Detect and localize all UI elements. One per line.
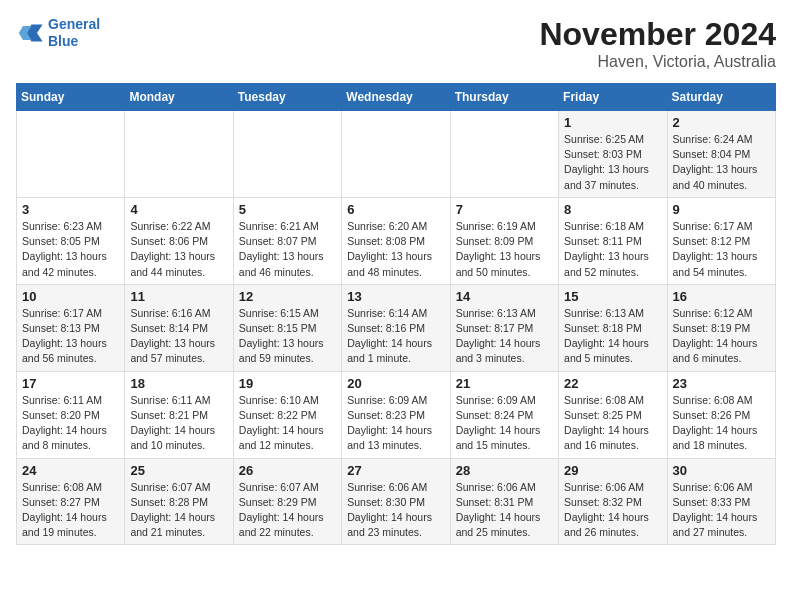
day-number: 2 <box>673 115 770 130</box>
empty-cell <box>125 111 233 198</box>
day-cell-12: 12Sunrise: 6:15 AM Sunset: 8:15 PM Dayli… <box>233 284 341 371</box>
day-info: Sunrise: 6:10 AM Sunset: 8:22 PM Dayligh… <box>239 393 336 454</box>
location: Haven, Victoria, Australia <box>539 53 776 71</box>
day-info: Sunrise: 6:06 AM Sunset: 8:33 PM Dayligh… <box>673 480 770 541</box>
day-number: 21 <box>456 376 553 391</box>
header-day-monday: Monday <box>125 84 233 111</box>
calendar-body: 1Sunrise: 6:25 AM Sunset: 8:03 PM Daylig… <box>17 111 776 545</box>
header-day-thursday: Thursday <box>450 84 558 111</box>
header-day-sunday: Sunday <box>17 84 125 111</box>
day-number: 19 <box>239 376 336 391</box>
day-info: Sunrise: 6:08 AM Sunset: 8:26 PM Dayligh… <box>673 393 770 454</box>
day-number: 3 <box>22 202 119 217</box>
day-number: 17 <box>22 376 119 391</box>
day-number: 24 <box>22 463 119 478</box>
day-number: 18 <box>130 376 227 391</box>
week-row-4: 24Sunrise: 6:08 AM Sunset: 8:27 PM Dayli… <box>17 458 776 545</box>
title-block: November 2024 Haven, Victoria, Australia <box>539 16 776 71</box>
month-title: November 2024 <box>539 16 776 53</box>
week-row-2: 10Sunrise: 6:17 AM Sunset: 8:13 PM Dayli… <box>17 284 776 371</box>
day-info: Sunrise: 6:17 AM Sunset: 8:12 PM Dayligh… <box>673 219 770 280</box>
day-number: 8 <box>564 202 661 217</box>
day-info: Sunrise: 6:23 AM Sunset: 8:05 PM Dayligh… <box>22 219 119 280</box>
day-number: 12 <box>239 289 336 304</box>
logo-icon <box>16 19 44 47</box>
day-cell-10: 10Sunrise: 6:17 AM Sunset: 8:13 PM Dayli… <box>17 284 125 371</box>
day-cell-21: 21Sunrise: 6:09 AM Sunset: 8:24 PM Dayli… <box>450 371 558 458</box>
day-number: 30 <box>673 463 770 478</box>
day-cell-19: 19Sunrise: 6:10 AM Sunset: 8:22 PM Dayli… <box>233 371 341 458</box>
day-info: Sunrise: 6:09 AM Sunset: 8:24 PM Dayligh… <box>456 393 553 454</box>
day-cell-22: 22Sunrise: 6:08 AM Sunset: 8:25 PM Dayli… <box>559 371 667 458</box>
day-info: Sunrise: 6:13 AM Sunset: 8:17 PM Dayligh… <box>456 306 553 367</box>
day-number: 29 <box>564 463 661 478</box>
day-info: Sunrise: 6:06 AM Sunset: 8:31 PM Dayligh… <box>456 480 553 541</box>
day-info: Sunrise: 6:18 AM Sunset: 8:11 PM Dayligh… <box>564 219 661 280</box>
calendar-header: SundayMondayTuesdayWednesdayThursdayFrid… <box>17 84 776 111</box>
day-info: Sunrise: 6:17 AM Sunset: 8:13 PM Dayligh… <box>22 306 119 367</box>
day-cell-28: 28Sunrise: 6:06 AM Sunset: 8:31 PM Dayli… <box>450 458 558 545</box>
day-number: 13 <box>347 289 444 304</box>
day-cell-4: 4Sunrise: 6:22 AM Sunset: 8:06 PM Daylig… <box>125 197 233 284</box>
logo-text: General Blue <box>48 16 100 50</box>
day-cell-8: 8Sunrise: 6:18 AM Sunset: 8:11 PM Daylig… <box>559 197 667 284</box>
day-number: 6 <box>347 202 444 217</box>
day-info: Sunrise: 6:09 AM Sunset: 8:23 PM Dayligh… <box>347 393 444 454</box>
day-cell-24: 24Sunrise: 6:08 AM Sunset: 8:27 PM Dayli… <box>17 458 125 545</box>
day-number: 1 <box>564 115 661 130</box>
day-cell-6: 6Sunrise: 6:20 AM Sunset: 8:08 PM Daylig… <box>342 197 450 284</box>
header-day-tuesday: Tuesday <box>233 84 341 111</box>
day-info: Sunrise: 6:15 AM Sunset: 8:15 PM Dayligh… <box>239 306 336 367</box>
logo-line1: General <box>48 16 100 32</box>
day-info: Sunrise: 6:06 AM Sunset: 8:32 PM Dayligh… <box>564 480 661 541</box>
day-number: 9 <box>673 202 770 217</box>
day-number: 14 <box>456 289 553 304</box>
day-cell-9: 9Sunrise: 6:17 AM Sunset: 8:12 PM Daylig… <box>667 197 775 284</box>
header-row: SundayMondayTuesdayWednesdayThursdayFrid… <box>17 84 776 111</box>
header-day-friday: Friday <box>559 84 667 111</box>
page-header: General Blue November 2024 Haven, Victor… <box>16 16 776 71</box>
week-row-1: 3Sunrise: 6:23 AM Sunset: 8:05 PM Daylig… <box>17 197 776 284</box>
logo: General Blue <box>16 16 100 50</box>
empty-cell <box>233 111 341 198</box>
day-info: Sunrise: 6:25 AM Sunset: 8:03 PM Dayligh… <box>564 132 661 193</box>
day-cell-20: 20Sunrise: 6:09 AM Sunset: 8:23 PM Dayli… <box>342 371 450 458</box>
day-number: 26 <box>239 463 336 478</box>
day-number: 28 <box>456 463 553 478</box>
day-cell-18: 18Sunrise: 6:11 AM Sunset: 8:21 PM Dayli… <box>125 371 233 458</box>
day-cell-15: 15Sunrise: 6:13 AM Sunset: 8:18 PM Dayli… <box>559 284 667 371</box>
day-info: Sunrise: 6:13 AM Sunset: 8:18 PM Dayligh… <box>564 306 661 367</box>
day-info: Sunrise: 6:08 AM Sunset: 8:27 PM Dayligh… <box>22 480 119 541</box>
day-info: Sunrise: 6:21 AM Sunset: 8:07 PM Dayligh… <box>239 219 336 280</box>
day-number: 16 <box>673 289 770 304</box>
day-cell-5: 5Sunrise: 6:21 AM Sunset: 8:07 PM Daylig… <box>233 197 341 284</box>
day-cell-29: 29Sunrise: 6:06 AM Sunset: 8:32 PM Dayli… <box>559 458 667 545</box>
day-number: 22 <box>564 376 661 391</box>
header-day-wednesday: Wednesday <box>342 84 450 111</box>
day-info: Sunrise: 6:22 AM Sunset: 8:06 PM Dayligh… <box>130 219 227 280</box>
day-cell-17: 17Sunrise: 6:11 AM Sunset: 8:20 PM Dayli… <box>17 371 125 458</box>
day-cell-3: 3Sunrise: 6:23 AM Sunset: 8:05 PM Daylig… <box>17 197 125 284</box>
day-info: Sunrise: 6:08 AM Sunset: 8:25 PM Dayligh… <box>564 393 661 454</box>
day-cell-1: 1Sunrise: 6:25 AM Sunset: 8:03 PM Daylig… <box>559 111 667 198</box>
day-cell-7: 7Sunrise: 6:19 AM Sunset: 8:09 PM Daylig… <box>450 197 558 284</box>
day-info: Sunrise: 6:24 AM Sunset: 8:04 PM Dayligh… <box>673 132 770 193</box>
day-cell-25: 25Sunrise: 6:07 AM Sunset: 8:28 PM Dayli… <box>125 458 233 545</box>
empty-cell <box>17 111 125 198</box>
empty-cell <box>342 111 450 198</box>
day-info: Sunrise: 6:11 AM Sunset: 8:20 PM Dayligh… <box>22 393 119 454</box>
day-info: Sunrise: 6:12 AM Sunset: 8:19 PM Dayligh… <box>673 306 770 367</box>
day-number: 5 <box>239 202 336 217</box>
day-cell-14: 14Sunrise: 6:13 AM Sunset: 8:17 PM Dayli… <box>450 284 558 371</box>
day-info: Sunrise: 6:06 AM Sunset: 8:30 PM Dayligh… <box>347 480 444 541</box>
calendar-table: SundayMondayTuesdayWednesdayThursdayFrid… <box>16 83 776 545</box>
day-number: 23 <box>673 376 770 391</box>
day-number: 25 <box>130 463 227 478</box>
day-info: Sunrise: 6:19 AM Sunset: 8:09 PM Dayligh… <box>456 219 553 280</box>
day-cell-16: 16Sunrise: 6:12 AM Sunset: 8:19 PM Dayli… <box>667 284 775 371</box>
day-number: 7 <box>456 202 553 217</box>
week-row-0: 1Sunrise: 6:25 AM Sunset: 8:03 PM Daylig… <box>17 111 776 198</box>
day-cell-11: 11Sunrise: 6:16 AM Sunset: 8:14 PM Dayli… <box>125 284 233 371</box>
day-info: Sunrise: 6:07 AM Sunset: 8:28 PM Dayligh… <box>130 480 227 541</box>
day-info: Sunrise: 6:16 AM Sunset: 8:14 PM Dayligh… <box>130 306 227 367</box>
